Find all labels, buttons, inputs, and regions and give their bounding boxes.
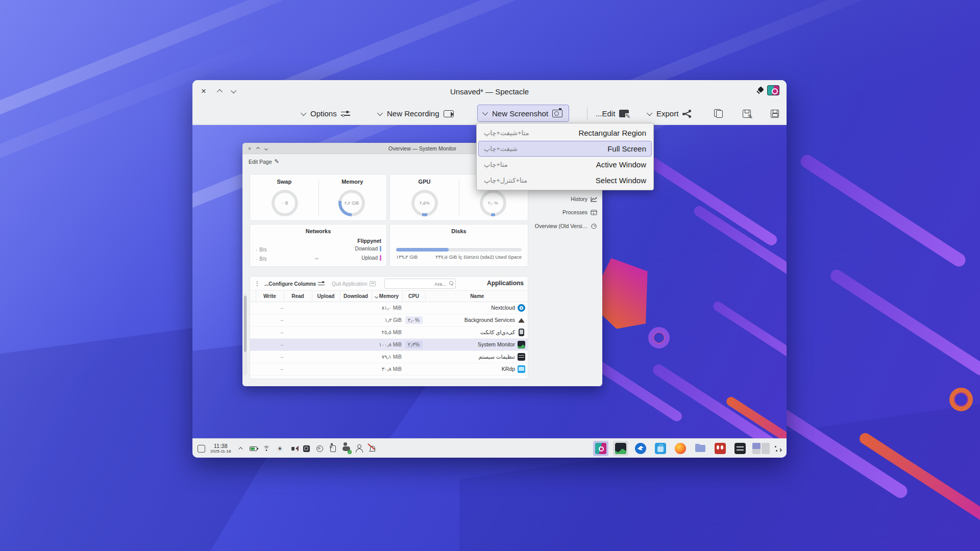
networks-card: Networks Flippynet Download ٠ B/s Upload… <box>250 224 387 267</box>
chevron-down-icon <box>377 110 383 115</box>
edit-label: ...Edit <box>596 109 615 118</box>
chevron-down-icon <box>647 110 652 115</box>
scrollbar-thumb[interactable] <box>244 296 247 352</box>
disk-total-label: ٢٣٧٫٥ GiB İç Sürücü (sda2) Used Space <box>435 254 522 260</box>
table-row[interactable]: – ٣٠٫٨ MiB KRdp <box>250 363 528 375</box>
search-icon <box>449 281 453 285</box>
quit-application-button[interactable]: Quit Application <box>332 277 376 291</box>
menu-item-select-window[interactable]: متا+كنترل+چاپ Select Window <box>478 172 652 188</box>
edit-button[interactable]: ...Edit <box>596 103 629 124</box>
table-row[interactable]: – ٢٥٫٥ MiB کی‌دی‌ای کانکت <box>250 326 528 338</box>
spectacle-app-icon <box>767 85 779 95</box>
save-button[interactable] <box>771 103 779 124</box>
taskbar-left: 11:38 2025-11-18 ☀ <box>198 439 377 458</box>
swap-memory-card: Swap ٠ B Memory ٢٫٢ GiB <box>250 174 387 221</box>
sliders-icon <box>318 281 325 286</box>
swap-value: ٠ B <box>282 201 288 206</box>
pause-icon <box>315 444 324 453</box>
table-row[interactable]: – ١٫٢ GiB ٢٫٠% Background Services <box>250 314 528 326</box>
wifi-icon <box>262 444 271 453</box>
edit-image-icon <box>619 110 629 117</box>
new-recording-button[interactable]: New Recording <box>379 103 454 124</box>
col-upload[interactable]: Upload <box>312 291 340 302</box>
shortcut-label: شيفت+چاپ <box>484 145 518 153</box>
clock-time: 11:38 <box>210 443 231 449</box>
quit-application-label: Quit Application <box>332 281 368 287</box>
spectacle-task-icon <box>595 443 606 454</box>
table-scrollbar[interactable] <box>243 294 247 375</box>
new-screenshot-button[interactable]: New Screenshot <box>477 105 569 122</box>
col-name[interactable]: Name <box>425 291 528 302</box>
col-cpu[interactable]: CPU <box>402 291 425 302</box>
user-icon <box>355 444 363 453</box>
col-write[interactable]: Write <box>256 291 284 302</box>
task-kde-app <box>633 441 648 456</box>
pin-icon[interactable] <box>755 87 763 95</box>
swap-gauge: ٠ B <box>272 190 298 216</box>
disk-usage-bar <box>396 248 522 252</box>
menu-item-full-screen[interactable]: شيفت+چاپ Full Screen <box>478 141 652 157</box>
launcher-icon <box>198 445 205 453</box>
menu-item-active-window[interactable]: متا+چاپ Active Window <box>478 157 652 172</box>
copy-icon <box>714 109 723 118</box>
download-value: ٠ B/s <box>255 247 267 253</box>
videocam-icon <box>444 110 454 117</box>
spectacle-titlebar[interactable]: × Unsaved* — Spectacle <box>192 80 787 103</box>
discover-icon <box>655 443 666 454</box>
firefox-icon <box>675 443 686 454</box>
wallpaper-rod <box>712 300 787 383</box>
menu-item-label: Rectangular Region <box>578 129 646 137</box>
options-button[interactable]: Options <box>302 103 350 124</box>
battery-icon <box>249 444 257 453</box>
export-button[interactable]: Export <box>648 103 692 124</box>
col-memory[interactable]: Memory <box>372 291 402 302</box>
processes-window-icon <box>591 210 597 215</box>
folder-icon <box>695 443 706 454</box>
memory-value: ٢٫٢ GiB <box>345 201 359 206</box>
history-chart-icon <box>591 196 597 202</box>
wallpaper-rod <box>828 267 980 378</box>
sidebar-item-history[interactable]: History <box>571 196 597 202</box>
volume-icon <box>289 444 297 453</box>
sidebar-item-overview-old[interactable]: Overview (Old Versi… <box>535 223 597 229</box>
menu-item-label: Select Window <box>596 176 646 185</box>
expand-tray-icon <box>236 444 244 453</box>
media-tray-icon <box>302 444 310 453</box>
krdp-icon <box>518 365 525 373</box>
preview-taskbar: 11:38 2025-11-18 ☀ <box>192 438 787 458</box>
col-read[interactable]: Read <box>284 291 312 302</box>
table-row[interactable]: – ٨١٫٠ MiB Nextcloud <box>250 302 528 314</box>
applications-toolbar: ⋮ ...Configure Columns Quit Application … <box>250 277 528 291</box>
col-download[interactable]: Download <box>340 291 372 302</box>
scrollbar-gutter <box>250 291 256 302</box>
spectacle-toolbar: Options New Recording New Screenshot ...… <box>192 103 787 124</box>
task-system-monitor <box>613 441 628 456</box>
table-row-selected[interactable]: – ١٠٠٫٨ MiB ٢٫٣% System Monitor <box>250 338 528 350</box>
card-divider <box>318 180 319 215</box>
search-field[interactable] <box>384 279 456 289</box>
sidebar-item-processes[interactable]: Processes <box>562 209 597 215</box>
disk-usage-fill <box>396 248 449 252</box>
shortcut-label: متا+چاپ <box>484 161 508 168</box>
configure-columns-button[interactable]: ...Configure Columns <box>264 277 325 291</box>
upload-row: Upload <box>361 255 381 261</box>
table-row[interactable]: – ٧٩٫١ MiB تنظیمات سیستم <box>250 350 528 363</box>
overflow-menu-button[interactable]: ⋮ <box>254 277 260 291</box>
save-as-button[interactable] <box>743 103 751 124</box>
clipboard-icon <box>329 444 337 453</box>
disk-used-value: ١٣٩٫٢ GiB <box>396 254 418 260</box>
menu-item-rectangular-region[interactable]: متا+شيفت+چاپ Rectangular Region <box>478 125 652 141</box>
options-label: Options <box>310 109 337 118</box>
system-settings-icon <box>518 353 525 361</box>
kde-connect-icon <box>519 329 524 336</box>
wallpaper-ring <box>648 327 670 348</box>
edit-page-button: Edit Page ✎ <box>249 158 279 165</box>
copy-button[interactable] <box>714 103 723 124</box>
cpu-gauge: ٢٫٠% <box>480 190 506 216</box>
disks-card: Disks ١٣٩٫٢ GiB ٢٣٧٫٥ GiB İç Sürücü (sda… <box>389 224 528 267</box>
search-input[interactable] <box>385 279 455 288</box>
network-interface-name: Flippynet <box>357 238 381 244</box>
task-settings <box>732 441 748 456</box>
cpu-value: ٢٫٠% <box>488 201 498 206</box>
show-desktop-icon: › <box>774 444 782 453</box>
